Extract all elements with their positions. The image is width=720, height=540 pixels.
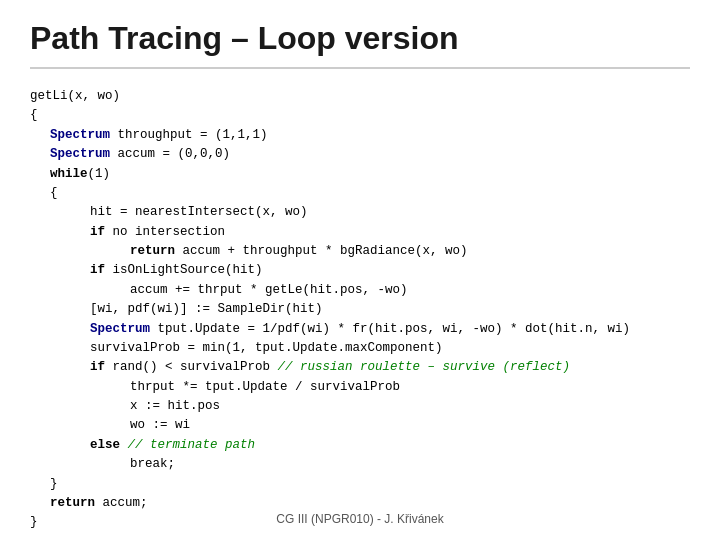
code-line: x := hit.pos (30, 397, 690, 416)
code-line: else // terminate path (30, 436, 690, 455)
code-line: Spectrum accum = (0,0,0) (30, 145, 690, 164)
keyword: else (90, 438, 120, 452)
code-line: accum += thrput * getLe(hit.pos, -wo) (30, 281, 690, 300)
code-line: while(1) (30, 165, 690, 184)
keyword: Spectrum (90, 322, 150, 336)
code-line: Spectrum throughput = (1,1,1) (30, 126, 690, 145)
keyword: if (90, 225, 105, 239)
comment: // terminate path (128, 438, 256, 452)
code-line: if no intersection (30, 223, 690, 242)
code-line: return accum; (30, 494, 690, 513)
code-line: [wi, pdf(wi)] := SampleDir(hit) (30, 300, 690, 319)
code-line: break; (30, 455, 690, 474)
keyword: while (50, 167, 88, 181)
keyword: if (90, 360, 105, 374)
code-line: thrput *= tput.Update / survivalProb (30, 378, 690, 397)
code-line: return accum + throughput * bgRadiance(x… (30, 242, 690, 261)
code-line: if isOnLightSource(hit) (30, 261, 690, 280)
slide: Path Tracing – Loop version getLi(x, wo)… (0, 0, 720, 540)
code-line: survivalProb = min(1, tput.Update.maxCom… (30, 339, 690, 358)
code-line: Spectrum tput.Update = 1/pdf(wi) * fr(hi… (30, 320, 690, 339)
code-line: { (30, 184, 690, 203)
keyword: return (50, 496, 95, 510)
footer-text: CG III (NPGR010) - J. Křivánek (0, 512, 720, 526)
code-block: getLi(x, wo) { Spectrum throughput = (1,… (30, 87, 690, 533)
code-line: { (30, 106, 690, 125)
comment: // russian roulette – survive (reflect) (278, 360, 571, 374)
keyword: Spectrum (50, 128, 110, 142)
keyword: Spectrum (50, 147, 110, 161)
code-line: getLi(x, wo) (30, 87, 690, 106)
code-line: } (30, 475, 690, 494)
keyword: return (130, 244, 175, 258)
slide-title: Path Tracing – Loop version (30, 20, 690, 69)
keyword: if (90, 263, 105, 277)
code-line: if rand() < survivalProb // russian roul… (30, 358, 690, 377)
code-line: wo := wi (30, 416, 690, 435)
code-line: hit = nearestIntersect(x, wo) (30, 203, 690, 222)
